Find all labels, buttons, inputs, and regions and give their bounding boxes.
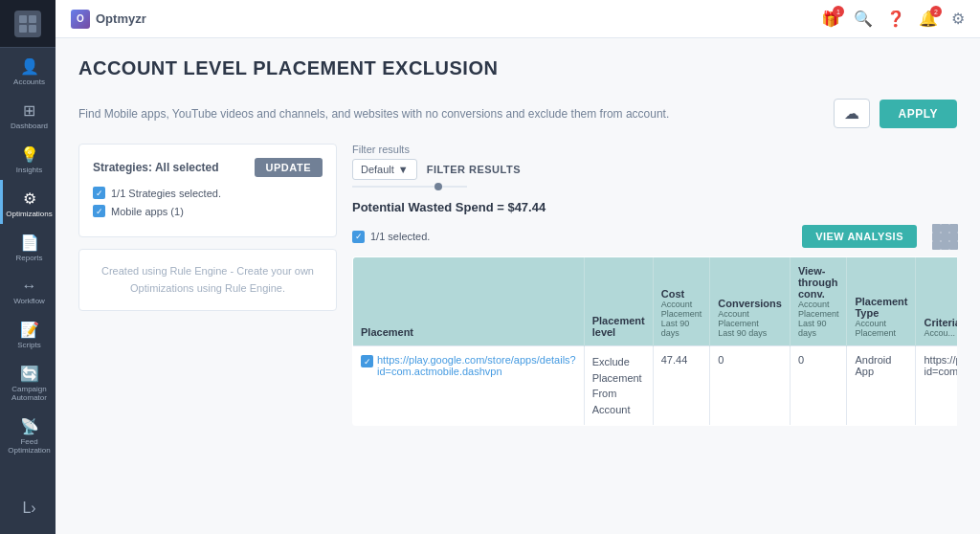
strategy-checkbox-row-2: ✓ Mobile apps (1) bbox=[93, 205, 323, 217]
grid-toggle[interactable] bbox=[932, 224, 957, 249]
notifications-badge: 2 bbox=[930, 6, 942, 17]
col-cost-sub: Account PlacementLast 90 days bbox=[661, 300, 702, 338]
strategies-header: Strategies: All selected UPDATE bbox=[93, 158, 323, 177]
cell-placement-type: Android App bbox=[847, 346, 916, 426]
col-criteria-disp-sub: Accou... bbox=[924, 328, 957, 338]
sidebar-item-label: Dashboard bbox=[11, 122, 48, 130]
sidebar-item-expand[interactable]: L› bbox=[0, 490, 56, 524]
topbar: O Optmyzr 🎁1 🔍 ❓ 🔔2 ⚙ bbox=[56, 0, 980, 38]
sidebar-item-insights[interactable]: 💡 Insights bbox=[0, 136, 56, 180]
placement-level-value: Exclude Placement From Account bbox=[592, 354, 645, 417]
col-view-through-label: View-throughconv. bbox=[798, 265, 839, 300]
cost-value: 47.44 bbox=[661, 354, 688, 366]
filter-dropdown-value: Default bbox=[361, 164, 394, 175]
topbar-logo-text: Optmyzr bbox=[96, 11, 146, 26]
strategies-box: Strategies: All selected UPDATE ✓ 1/1 St… bbox=[78, 144, 337, 237]
sidebar-item-feed-optimization[interactable]: 📡 Feed Optimization bbox=[0, 408, 56, 460]
topbar-actions: 🎁1 🔍 ❓ 🔔2 ⚙ bbox=[821, 10, 965, 28]
strategy-checkbox-2[interactable]: ✓ bbox=[93, 205, 105, 217]
select-all-checkbox[interactable]: ✓ bbox=[352, 231, 365, 243]
reports-icon: 📄 bbox=[20, 234, 39, 252]
sidebar-item-label: Workflow bbox=[13, 297, 45, 305]
col-placement-level: Placementlevel bbox=[584, 257, 653, 346]
gift-icon[interactable]: 🎁1 bbox=[821, 10, 840, 28]
strategy-label-2: Mobile apps (1) bbox=[111, 206, 184, 217]
chevron-down-icon: ▼ bbox=[398, 164, 409, 175]
cell-placement: ✓ https://play.google.com/store/apps/det… bbox=[353, 346, 585, 426]
rule-engine-text: Created using Rule Engine - Create your … bbox=[93, 263, 323, 297]
scripts-icon: 📝 bbox=[20, 321, 39, 339]
two-column-layout: Strategies: All selected UPDATE ✓ 1/1 St… bbox=[78, 144, 957, 426]
col-view-through-sub: Account PlacementLast 90 days bbox=[798, 300, 839, 338]
dashboard-icon: ⊞ bbox=[23, 101, 35, 120]
svg-rect-2 bbox=[19, 25, 27, 33]
sidebar: 👤 Accounts ⊞ Dashboard 💡 Insights ⚙ Opti… bbox=[0, 0, 56, 534]
criteria-disp-value: https://play.google.com/store/apps/detai… bbox=[924, 354, 957, 377]
sidebar-item-label: Reports bbox=[15, 254, 42, 262]
sidebar-item-label: Campaign Automator bbox=[3, 385, 56, 402]
expand-icon: L› bbox=[22, 500, 35, 517]
optimizations-icon: ⚙ bbox=[23, 189, 36, 208]
search-icon[interactable]: 🔍 bbox=[854, 10, 873, 28]
feed-optimization-icon: 📡 bbox=[20, 417, 39, 435]
filter-row: Default ▼ FILTER RESULTS bbox=[352, 159, 957, 180]
col-conversions: Conversions Account PlacementLast 90 day… bbox=[710, 257, 791, 346]
table-row: ✓ https://play.google.com/store/apps/det… bbox=[353, 346, 958, 426]
sidebar-item-dashboard[interactable]: ⊞ Dashboard bbox=[0, 92, 56, 136]
apply-button[interactable]: APPLY bbox=[880, 100, 957, 128]
wasted-spend: Potential Wasted Spend = $47.44 bbox=[352, 200, 957, 214]
content-area: ACCOUNT LEVEL PLACEMENT EXCLUSION Find M… bbox=[56, 38, 980, 534]
sidebar-logo bbox=[0, 0, 56, 48]
col-criteria-disp: Criteria Disp... Accou... bbox=[916, 257, 957, 346]
accounts-icon: 👤 bbox=[20, 57, 39, 76]
notifications-icon[interactable]: 🔔2 bbox=[919, 10, 938, 28]
sidebar-item-accounts[interactable]: 👤 Accounts bbox=[0, 48, 56, 92]
svg-rect-1 bbox=[29, 15, 36, 23]
update-button[interactable]: UPDATE bbox=[255, 158, 323, 177]
workflow-icon: ↔ bbox=[22, 278, 37, 295]
strategies-title: Strategies: All selected bbox=[93, 161, 219, 174]
sidebar-item-reports[interactable]: 📄 Reports bbox=[0, 224, 56, 268]
filter-dropdown[interactable]: Default ▼ bbox=[352, 159, 417, 180]
svg-rect-0 bbox=[19, 15, 27, 23]
cell-placement-level: Exclude Placement From Account bbox=[584, 346, 653, 426]
insights-icon: 💡 bbox=[20, 145, 39, 164]
placement-link[interactable]: https://play.google.com/store/apps/detai… bbox=[377, 354, 576, 377]
strategy-checkbox-row-1: ✓ 1/1 Strategies selected. bbox=[93, 187, 323, 199]
filter-results-button[interactable]: FILTER RESULTS bbox=[427, 164, 521, 175]
placements-table: Placement Placementlevel Cost Account Pl… bbox=[352, 256, 957, 426]
col-conversions-label: Conversions bbox=[718, 298, 782, 309]
cell-cost: 47.44 bbox=[653, 346, 710, 426]
sidebar-item-label: Accounts bbox=[13, 78, 45, 86]
upload-button[interactable]: ☁ bbox=[834, 99, 870, 128]
view-analysis-button[interactable]: VIEW ANALYSIS bbox=[802, 225, 917, 248]
svg-rect-3 bbox=[29, 25, 36, 33]
sidebar-item-workflow[interactable]: ↔ Workflow bbox=[0, 268, 56, 311]
row-checkbox[interactable]: ✓ bbox=[361, 355, 373, 367]
col-placement-label: Placement bbox=[361, 326, 576, 338]
sidebar-item-label: Feed Optimization bbox=[3, 437, 56, 455]
col-placement-type-sub: Account Placement bbox=[855, 319, 907, 338]
col-placement-type-label: PlacementType bbox=[855, 296, 907, 319]
cell-view-through: 0 bbox=[790, 346, 847, 426]
col-placement: Placement bbox=[353, 257, 585, 346]
strategy-label-1: 1/1 Strategies selected. bbox=[111, 188, 221, 199]
sidebar-item-label: Optimizations bbox=[6, 210, 52, 218]
description-text: Find Mobile apps, YouTube videos and cha… bbox=[78, 107, 669, 121]
col-view-through: View-throughconv. Account PlacementLast … bbox=[790, 257, 847, 346]
sidebar-item-optimizations[interactable]: ⚙ Optimizations bbox=[0, 180, 56, 224]
col-conversions-sub: Account PlacementLast 90 days bbox=[718, 309, 782, 338]
filter-label: Filter results bbox=[352, 144, 957, 155]
action-buttons: VIEW ANALYSIS bbox=[802, 224, 957, 249]
col-placement-level-label: Placementlevel bbox=[592, 315, 645, 338]
sidebar-item-campaign-automator[interactable]: 🔄 Campaign Automator bbox=[0, 355, 56, 408]
page-description: Find Mobile apps, YouTube videos and cha… bbox=[78, 99, 957, 128]
right-panel: Filter results Default ▼ FILTER RESULTS … bbox=[352, 144, 957, 426]
help-icon[interactable]: ❓ bbox=[886, 10, 905, 28]
selected-text: 1/1 selected. bbox=[370, 231, 430, 242]
results-bar: ✓ 1/1 selected. VIEW ANALYSIS bbox=[352, 224, 957, 249]
strategy-checkbox-1[interactable]: ✓ bbox=[93, 187, 105, 199]
settings-icon[interactable]: ⚙ bbox=[951, 10, 965, 28]
rule-engine-box: Created using Rule Engine - Create your … bbox=[78, 249, 337, 311]
sidebar-item-scripts[interactable]: 📝 Scripts bbox=[0, 311, 56, 355]
